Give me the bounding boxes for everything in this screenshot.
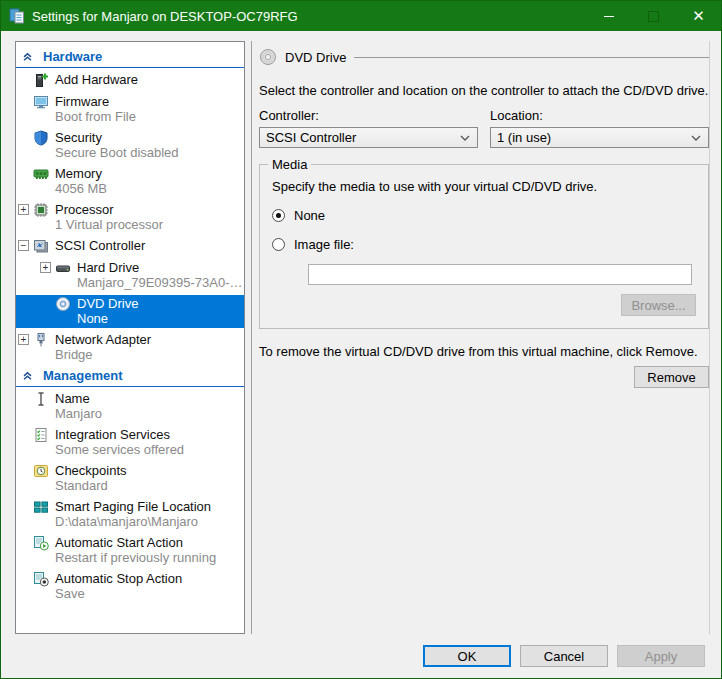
item-label: Hard Drive	[77, 260, 244, 275]
expander-spacer	[18, 168, 29, 179]
controller-location-row: Controller: SCSI Controller Location: 1 …	[259, 108, 709, 148]
close-icon[interactable]: ✕	[676, 1, 721, 31]
item-sublabel: Manjaro_79E09395-73A0-4DC...	[77, 275, 244, 290]
sidebar-item-integration-services[interactable]: Integration ServicesSome services offere…	[16, 426, 244, 459]
item-label: Security	[55, 130, 179, 145]
app-icon	[9, 8, 25, 24]
chevron-down-icon	[691, 135, 701, 141]
radio-unselected-icon[interactable]	[272, 238, 285, 251]
minimize-icon[interactable]	[586, 1, 631, 31]
expander-spacer	[40, 298, 51, 309]
processor-icon	[33, 202, 49, 218]
chevron-double-up-icon	[22, 370, 33, 381]
item-sublabel: Secure Boot disabled	[55, 145, 179, 160]
item-label: Integration Services	[55, 427, 184, 442]
smart-paging-icon	[33, 499, 49, 515]
remove-hint-text: To remove the virtual CD/DVD drive from …	[259, 344, 709, 359]
auto-start-icon	[33, 535, 49, 551]
sidebar-item-hard-drive[interactable]: +Hard DriveManjaro_79E09395-73A0-4DC...	[16, 259, 244, 292]
sidebar-section-management[interactable]: Management	[16, 367, 244, 387]
panel-divider	[251, 41, 252, 634]
sidebar-item-security[interactable]: SecuritySecure Boot disabled	[16, 129, 244, 162]
item-label: Firmware	[55, 94, 136, 109]
media-option-image-file[interactable]: Image file:	[272, 237, 696, 252]
apply-button: Apply	[617, 645, 705, 667]
image-file-path-input[interactable]	[308, 264, 692, 285]
expander-spacer	[18, 393, 29, 404]
item-sublabel: None	[77, 311, 138, 326]
sidebar-item-processor[interactable]: +Processor1 Virtual processor	[16, 201, 244, 234]
item-sublabel: Manjaro	[55, 406, 102, 421]
cancel-button[interactable]: Cancel	[520, 645, 608, 667]
expand-plus-icon[interactable]: +	[18, 334, 29, 345]
sidebar-item-name[interactable]: NameManjaro	[16, 390, 244, 423]
expand-plus-icon[interactable]: +	[40, 262, 51, 273]
memory-icon	[33, 166, 49, 182]
location-dropdown[interactable]: 1 (in use)	[490, 127, 709, 148]
ok-button[interactable]: OK	[423, 645, 511, 667]
media-option-none-label: None	[294, 208, 325, 223]
collapse-minus-icon[interactable]: −	[18, 240, 29, 251]
item-label: Add Hardware	[55, 72, 138, 87]
expander-spacer	[18, 465, 29, 476]
sidebar-item-checkpoints[interactable]: CheckpointsStandard	[16, 462, 244, 495]
media-description: Specify the media to use with your virtu…	[272, 179, 696, 194]
window-title: Settings for Manjaro on DESKTOP-OC79RFG	[32, 9, 298, 24]
media-option-image-label: Image file:	[294, 237, 354, 252]
firmware-icon	[33, 94, 49, 110]
section-label: Management	[43, 368, 122, 383]
panel-title: DVD Drive	[285, 50, 346, 65]
sidebar-item-dvd-drive[interactable]: DVD DriveNone	[16, 295, 244, 328]
sidebar-item-network-adapter[interactable]: +Network AdapterBridge	[16, 331, 244, 364]
item-sublabel: 1 Virtual processor	[55, 217, 163, 232]
item-sublabel: 4056 MB	[55, 181, 107, 196]
controller-label: Controller:	[259, 108, 478, 123]
controller-dropdown[interactable]: SCSI Controller	[259, 127, 478, 148]
sidebar-item-firmware[interactable]: FirmwareBoot from File	[16, 93, 244, 126]
add-hardware-icon	[33, 72, 49, 88]
sidebar-item-automatic-start-action[interactable]: Automatic Start ActionRestart if previou…	[16, 534, 244, 567]
sidebar-item-smart-paging-file-location[interactable]: Smart Paging File LocationD:\data\manjar…	[16, 498, 244, 531]
remove-button[interactable]: Remove	[634, 366, 709, 388]
hard-drive-icon	[55, 260, 71, 276]
dvd-drive-panel: DVD Drive Select the controller and loca…	[259, 41, 709, 634]
radio-selected-icon[interactable]	[272, 209, 285, 222]
settings-nav: HardwareAdd HardwareFirmwareBoot from Fi…	[15, 41, 245, 634]
item-label: SCSI Controller	[55, 238, 145, 253]
item-sublabel: Restart if previously running	[55, 550, 216, 565]
window-controls: ✕	[586, 1, 721, 31]
titlebar: Settings for Manjaro on DESKTOP-OC79RFG …	[1, 1, 721, 31]
item-label: Processor	[55, 202, 163, 217]
sidebar-item-memory[interactable]: Memory4056 MB	[16, 165, 244, 198]
auto-stop-icon	[33, 571, 49, 587]
header-rule	[354, 57, 709, 58]
dialog-footer: OK Cancel Apply	[423, 645, 705, 667]
expander-spacer	[18, 573, 29, 584]
item-label: Checkpoints	[55, 463, 127, 478]
item-label: Name	[55, 391, 102, 406]
sidebar-item-add-hardware[interactable]: Add Hardware	[16, 71, 244, 90]
panel-header: DVD Drive	[259, 47, 709, 67]
name-icon	[33, 391, 49, 407]
expand-plus-icon[interactable]: +	[18, 204, 29, 215]
item-sublabel: Save	[55, 586, 182, 601]
item-label: Memory	[55, 166, 107, 181]
location-label: Location:	[490, 108, 709, 123]
browse-button: Browse...	[621, 294, 696, 316]
chevron-down-icon	[460, 135, 470, 141]
dvd-drive-icon	[55, 296, 71, 312]
item-sublabel: D:\data\manjaro\Manjaro	[55, 514, 211, 529]
media-groupbox: Media Specify the media to use with your…	[259, 164, 709, 329]
section-label: Hardware	[43, 49, 102, 64]
expander-spacer	[18, 501, 29, 512]
sidebar-item-scsi-controller[interactable]: −SCSI Controller	[16, 237, 244, 256]
sidebar-section-hardware[interactable]: Hardware	[16, 48, 244, 68]
content-right-edge	[709, 41, 710, 634]
settings-dialog: Settings for Manjaro on DESKTOP-OC79RFG …	[0, 0, 722, 679]
location-value: 1 (in use)	[497, 130, 691, 145]
media-option-none[interactable]: None	[272, 208, 696, 223]
sidebar-item-automatic-stop-action[interactable]: Automatic Stop ActionSave	[16, 570, 244, 603]
expander-spacer	[18, 429, 29, 440]
item-label: DVD Drive	[77, 296, 138, 311]
expander-spacer	[18, 74, 29, 85]
